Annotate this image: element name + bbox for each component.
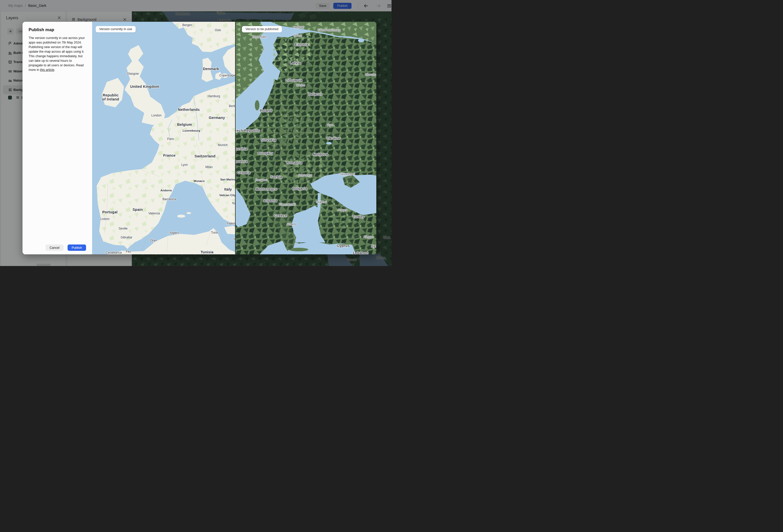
map-label: Romania: [286, 161, 302, 165]
map-label: Glasgow: [127, 72, 139, 75]
map-label: Aleppo: [364, 235, 373, 239]
map-label: Portugal: [102, 210, 118, 214]
dialog-paragraph-2-text: Publishing new version of the map will u…: [29, 45, 84, 72]
map-compare-divider[interactable]: [235, 22, 236, 254]
dark-map-graphic: [236, 22, 376, 254]
map-label: Sevastopol: [340, 173, 355, 176]
map-label: Paris: [167, 137, 174, 141]
map-label: Lyon: [181, 163, 188, 166]
map-label: Lebanon: [353, 251, 369, 254]
map-label: Oslo: [215, 28, 221, 32]
dialog-title: Publish map: [29, 27, 54, 32]
map-label: Barcelona: [162, 197, 176, 201]
map-label: Greece: [274, 214, 287, 218]
map-label: Netherlands: [178, 107, 200, 112]
map-label: Turkey: [352, 215, 365, 219]
map-label: Athens: [287, 222, 296, 226]
map-label: Lisbon: [100, 217, 109, 221]
map-label: Hungary: [258, 151, 273, 155]
map-label: Albania: [263, 199, 277, 203]
map-label: Tunis: [211, 231, 218, 234]
map-label: Tunisia: [200, 250, 213, 254]
map-label: Bergen: [182, 23, 192, 27]
map-label: Italy: [224, 187, 232, 191]
map-label: Thessaloniki: [279, 203, 296, 206]
map-label: Moldova: [313, 152, 328, 156]
map-label: Seville: [119, 227, 128, 230]
map-label: Bucharest: [299, 174, 312, 177]
map-label: Vilnius: [296, 84, 305, 87]
publish-confirm-button[interactable]: Publish: [68, 245, 86, 251]
map-label: Valencia: [148, 212, 160, 215]
map-label: Monaco: [194, 180, 205, 183]
map-label: Bulgaria: [292, 187, 307, 191]
map-label: Stockholm: [252, 35, 267, 39]
this-article-link[interactable]: this article: [40, 68, 54, 72]
map-label: Serbia: [271, 175, 282, 179]
map-label: Andorra: [160, 189, 172, 192]
app-window: StockholmTallinnEstoniaIranShirazKuwait …: [0, 0, 392, 266]
map-label: Casablanca: [105, 251, 122, 254]
map-label: Vatican City: [219, 194, 236, 197]
map-label: Fez: [126, 250, 131, 253]
map-label: Belgium: [177, 123, 192, 127]
map-label: Denmark: [203, 67, 219, 71]
map-label: Saint Petersburg: [318, 28, 340, 32]
map-label: Ankara: [338, 208, 347, 212]
map-label: Tallinn: [293, 34, 302, 37]
version-current-badge: Version currently in use: [96, 26, 136, 32]
map-label: Luxembourg: [183, 129, 200, 132]
dialog-paragraph-1: The version currently in use across your…: [29, 36, 86, 45]
map-label: Ukraine: [327, 136, 341, 140]
version-new-badge: Version to be published: [242, 26, 282, 32]
map-label: Slovenia: [236, 159, 248, 163]
dialog-paragraph-2-period: .: [54, 68, 55, 72]
map-label: France: [163, 153, 176, 157]
map-label: Palermo: [227, 222, 236, 225]
map-label: Latvia: [290, 61, 301, 65]
publish-modal: Publish map The version currently in use…: [23, 22, 376, 254]
map-label: Estonia: [295, 42, 309, 46]
map-label: Istanbul: [316, 200, 327, 204]
map-label: Milan: [206, 165, 213, 169]
map-label: San Marino: [220, 178, 236, 181]
map-label: Berlin: [229, 104, 236, 108]
map-label: Copenhagen: [219, 74, 236, 77]
map-label: Oran: [150, 239, 157, 242]
map-label: Austria: [236, 147, 247, 151]
map-label: Lithuania: [285, 78, 302, 82]
map-label: Czech Republic: [236, 129, 260, 133]
map-label: United Kingdom: [130, 85, 159, 89]
map-label: Syria: [371, 244, 376, 248]
map-current-version[interactable]: Version currently in use BergenOsloGlasg…: [92, 22, 236, 254]
publish-dialog: Publish map The version currently in use…: [23, 22, 92, 254]
map-label: Germany: [209, 116, 225, 120]
map-label: Munich: [218, 143, 228, 147]
cancel-button[interactable]: Cancel: [45, 245, 64, 251]
dialog-paragraph-2: Publishing new version of the map will u…: [29, 45, 86, 72]
map-label: Cyprus: [337, 244, 350, 248]
map-label: Belarus: [309, 92, 322, 96]
map-label: Hamburg: [208, 94, 220, 98]
map-label: Kyiv: [327, 123, 333, 127]
map-label: Algiers: [170, 231, 179, 234]
map-label: Switzerland: [195, 154, 216, 158]
map-label: Gibraltar: [121, 236, 132, 239]
map-label: Helsinki: [293, 26, 304, 29]
map-label: Republic of Ireland: [102, 93, 119, 101]
map-label: Montenegro: [255, 187, 277, 191]
map-label: Poland: [260, 108, 272, 113]
map-label: Croatia: [238, 170, 250, 175]
dialog-actions: Cancel Publish: [45, 245, 86, 251]
map-label: Sarajevo: [255, 178, 267, 182]
map-label: Slovakia: [261, 138, 276, 142]
map-label: London: [151, 114, 161, 117]
map-new-version[interactable]: Version to be published HelsinkiSaint Pe…: [236, 22, 376, 254]
light-map-graphic: [92, 22, 236, 254]
map-label: Moscow: [365, 73, 376, 76]
map-label: Spain: [133, 208, 143, 212]
